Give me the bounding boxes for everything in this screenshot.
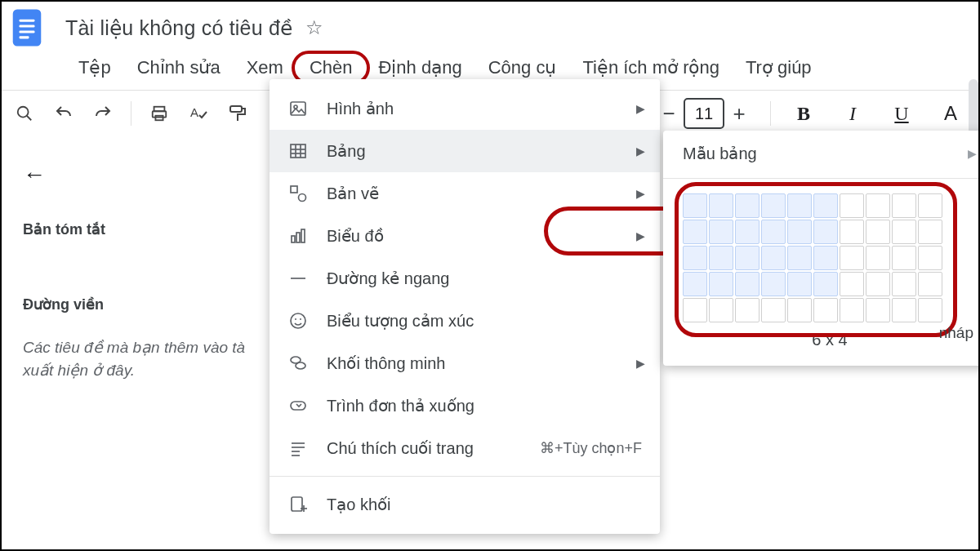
table-grid-cell[interactable] xyxy=(709,220,733,244)
table-grid-cell[interactable] xyxy=(735,246,760,270)
outline-border-heading[interactable]: Đường viền xyxy=(23,295,268,313)
insert-chart[interactable]: Biểu đồ ▶ xyxy=(270,215,660,257)
table-grid-cell[interactable] xyxy=(761,193,786,218)
doc-title[interactable]: Tài liệu không có tiêu đề xyxy=(65,16,292,40)
outline-summary-heading[interactable]: Bản tóm tắt xyxy=(23,220,268,238)
table-grid-cell[interactable] xyxy=(761,298,786,322)
table-grid-cell[interactable] xyxy=(787,220,812,244)
svg-point-27 xyxy=(300,318,301,320)
insert-drawing[interactable]: Bản vẽ ▶ xyxy=(270,172,660,215)
table-grid-cell[interactable] xyxy=(683,246,707,270)
redo-icon[interactable] xyxy=(91,102,114,125)
text-color-button[interactable]: A xyxy=(934,97,967,130)
table-templates-label: Mẫu bảng xyxy=(683,144,757,163)
menu-view[interactable]: Xem xyxy=(234,54,296,82)
table-grid-cell[interactable] xyxy=(735,220,760,244)
submenu-arrow-icon: ▶ xyxy=(636,229,645,242)
insert-emoji[interactable]: Biểu tượng cảm xúc xyxy=(270,300,660,342)
table-grid-cell[interactable] xyxy=(840,193,864,218)
svg-rect-4 xyxy=(20,36,29,38)
table-grid-cell[interactable] xyxy=(918,220,942,244)
docs-logo-icon[interactable] xyxy=(10,7,44,49)
table-grid-cell[interactable] xyxy=(813,272,838,296)
table-grid-cell[interactable] xyxy=(683,298,707,322)
table-grid-cell[interactable] xyxy=(840,220,864,244)
table-grid-cell[interactable] xyxy=(813,193,838,218)
table-grid-cell[interactable] xyxy=(866,272,890,296)
table-grid-cell[interactable] xyxy=(892,246,916,270)
table-grid-cell[interactable] xyxy=(918,298,942,322)
font-size-value[interactable]: 11 xyxy=(684,98,724,129)
insert-footnote[interactable]: Chú thích cuối trang ⌘+Tùy chọn+F xyxy=(270,427,660,469)
menu-tools[interactable]: Công cụ xyxy=(475,54,570,82)
table-grid-cell[interactable] xyxy=(813,246,838,270)
table-templates[interactable]: Mẫu bảng ▶ xyxy=(683,144,977,163)
italic-button[interactable]: I xyxy=(836,97,869,130)
table-grid-cell[interactable] xyxy=(787,246,812,270)
menu-edit[interactable]: Chỉnh sửa xyxy=(124,54,234,82)
print-icon[interactable] xyxy=(148,102,171,125)
table-grid-cell[interactable] xyxy=(761,246,786,270)
menu-format[interactable]: Định dạng xyxy=(365,54,474,82)
underline-button[interactable]: U xyxy=(885,97,918,130)
undo-icon[interactable] xyxy=(52,102,75,125)
table-grid-cell[interactable] xyxy=(892,298,916,322)
table-grid-cell[interactable] xyxy=(918,193,942,218)
bold-button[interactable]: B xyxy=(787,97,820,130)
svg-rect-2 xyxy=(20,25,35,28)
table-grid-cell[interactable] xyxy=(840,272,864,296)
outline-collapse-icon[interactable]: ← xyxy=(23,162,268,188)
table-grid-cell[interactable] xyxy=(892,272,916,296)
table-grid-cell[interactable] xyxy=(709,193,733,218)
table-grid-cell[interactable] xyxy=(735,272,760,296)
table-grid-cell[interactable] xyxy=(709,272,733,296)
menu-file[interactable]: Tệp xyxy=(65,54,124,82)
spellcheck-icon[interactable]: A xyxy=(187,102,210,125)
table-grid-cell[interactable] xyxy=(892,193,916,218)
table-grid-cell[interactable] xyxy=(813,220,838,244)
table-size-label: 6 x 4 xyxy=(683,331,977,349)
table-submenu: Mẫu bảng ▶ 6 x 4 xyxy=(663,131,980,366)
table-grid-cell[interactable] xyxy=(683,272,707,296)
insert-table[interactable]: Bảng ▶ xyxy=(270,130,660,172)
table-grid-cell[interactable] xyxy=(761,272,786,296)
table-grid-cell[interactable] xyxy=(892,220,916,244)
svg-rect-21 xyxy=(292,236,295,242)
svg-rect-1 xyxy=(20,20,35,22)
dropdown-icon xyxy=(286,393,310,418)
insert-chart-label: Biểu đồ xyxy=(327,226,384,246)
menu-extensions[interactable]: Tiện ích mở rộng xyxy=(569,54,733,82)
table-grid-cell[interactable] xyxy=(840,298,864,322)
table-grid-cell[interactable] xyxy=(840,246,864,270)
table-grid-cell[interactable] xyxy=(787,193,812,218)
table-grid-cell[interactable] xyxy=(709,298,733,322)
star-icon[interactable]: ☆ xyxy=(305,16,323,39)
table-grid-cell[interactable] xyxy=(761,220,786,244)
table-grid-cell[interactable] xyxy=(787,298,812,322)
table-grid-cell[interactable] xyxy=(813,298,838,322)
insert-image[interactable]: Hình ảnh ▶ xyxy=(270,87,660,130)
svg-text:A: A xyxy=(190,105,198,119)
table-grid-cell[interactable] xyxy=(918,246,942,270)
table-grid-cell[interactable] xyxy=(918,272,942,296)
table-grid-cell[interactable] xyxy=(683,193,707,218)
table-grid-cell[interactable] xyxy=(866,193,890,218)
table-grid-cell[interactable] xyxy=(866,298,890,322)
table-size-grid[interactable] xyxy=(683,193,977,322)
paint-format-icon[interactable] xyxy=(226,102,249,125)
table-grid-cell[interactable] xyxy=(866,246,890,270)
insert-smartblock[interactable]: Khối thông minh ▶ xyxy=(270,342,660,384)
table-grid-cell[interactable] xyxy=(787,272,812,296)
table-grid-cell[interactable] xyxy=(735,298,760,322)
menu-help[interactable]: Trợ giúp xyxy=(733,54,825,82)
search-icon[interactable] xyxy=(13,102,36,125)
insert-create-block[interactable]: Tạo khối xyxy=(270,483,660,526)
table-grid-cell[interactable] xyxy=(735,193,760,218)
table-grid-cell[interactable] xyxy=(709,246,733,270)
insert-dropdown-control[interactable]: Trình đơn thả xuống xyxy=(270,384,660,427)
font-size-increase[interactable]: + xyxy=(724,99,754,128)
menu-insert[interactable]: Chèn xyxy=(296,54,366,82)
insert-hrule[interactable]: Đường kẻ ngang xyxy=(270,257,660,300)
table-grid-cell[interactable] xyxy=(683,220,707,244)
table-grid-cell[interactable] xyxy=(866,220,890,244)
